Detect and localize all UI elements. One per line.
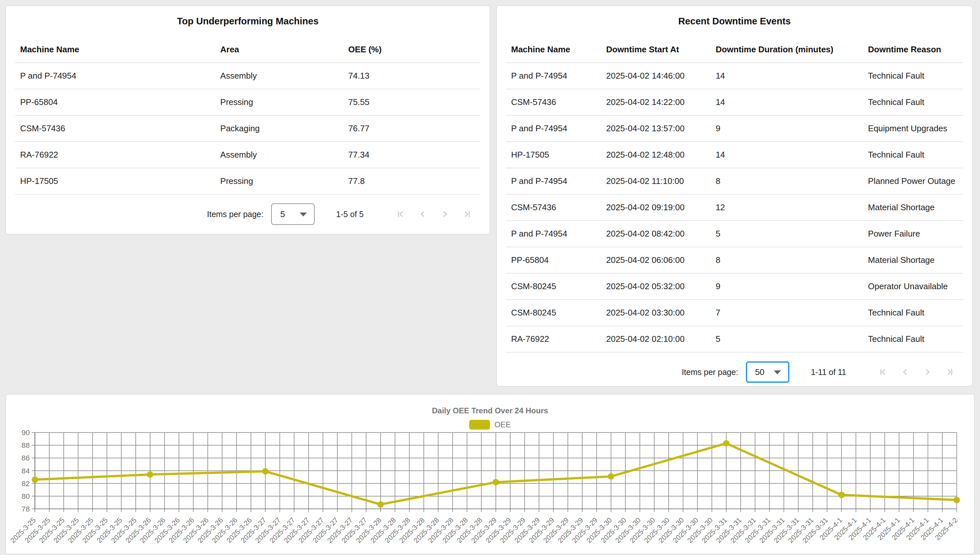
items-per-page-label: Items per page:	[207, 210, 264, 219]
last-page-button[interactable]	[462, 209, 472, 219]
legend-label: OEE	[494, 420, 511, 429]
table-row: CSM-802452025-04-02 03:30:007Technical F…	[506, 300, 963, 326]
table-cell: P and P-74954	[506, 63, 601, 89]
table-cell: 9	[710, 273, 863, 300]
table-row: P and P-749542025-04-02 08:42:005Power F…	[506, 221, 963, 247]
column-header: Downtime Reason	[863, 36, 963, 63]
table-cell: 8	[710, 247, 863, 273]
table-row: PP-65804Pressing75.55	[15, 89, 481, 115]
column-header: Machine Name	[15, 36, 215, 63]
legend-swatch	[469, 420, 490, 430]
table-cell: 77.34	[343, 142, 481, 168]
table-cell: Technical Fault	[863, 142, 963, 168]
table-cell: 2025-04-02 11:10:00	[601, 168, 710, 194]
table-header-row: Machine NameDowntime Start AtDowntime Du…	[506, 36, 963, 63]
downtime-events-card: Recent Downtime Events Machine NameDownt…	[496, 5, 973, 387]
table-row: HP-175052025-04-02 12:48:0014Technical F…	[506, 142, 963, 168]
table-cell: 8	[710, 168, 863, 194]
table-cell: 2025-04-02 06:06:00	[601, 247, 710, 273]
oee-trend-chart: 2025-3-252025-3-252025-3-252025-3-252025…	[6, 395, 974, 554]
last-page-button[interactable]	[944, 367, 955, 377]
items-per-page-value: 50	[755, 367, 764, 377]
table-cell: CSM-57436	[506, 89, 601, 115]
table-header-row: Machine NameAreaOEE (%)	[15, 36, 481, 63]
page-range-label: 1-11 of 11	[811, 367, 846, 377]
next-page-button[interactable]	[922, 367, 933, 377]
items-per-page-label: Items per page:	[682, 367, 738, 377]
table-cell: 2025-04-02 13:57:00	[601, 115, 710, 142]
chevron-right-icon	[922, 367, 933, 377]
svg-text:84: 84	[21, 467, 30, 475]
paginator: Items per page: 50 1-11 of 11	[497, 353, 972, 391]
table-cell: 75.55	[343, 89, 481, 115]
select-caret-icon	[774, 371, 781, 374]
svg-text:80: 80	[21, 492, 30, 500]
table-cell: Operator Unavailable	[863, 273, 963, 300]
table-cell: 12	[710, 194, 863, 221]
table-row: PP-658042025-04-02 06:06:008Material Sho…	[506, 247, 963, 273]
table-cell: 5	[710, 221, 863, 247]
table-row: P and P-74954Assembly74.13	[15, 63, 481, 89]
first-page-button[interactable]	[878, 367, 889, 377]
table-row: CSM-802452025-04-02 05:32:009Operator Un…	[506, 273, 963, 300]
table-cell: Packaging	[215, 115, 343, 142]
table-row: CSM-574362025-04-02 09:19:0012Material S…	[506, 194, 963, 221]
items-per-page-select[interactable]: 50	[746, 361, 790, 383]
table-cell: 2025-04-02 08:42:00	[601, 221, 710, 247]
chart-legend[interactable]: OEE	[6, 420, 974, 430]
table-cell: Assembly	[215, 63, 343, 89]
table-cell: 2025-04-02 14:46:00	[601, 63, 710, 89]
table-cell: 5	[710, 326, 863, 352]
paginator: Items per page: 5 1-5 of 5	[6, 195, 490, 234]
first-page-icon	[395, 209, 406, 219]
table-cell: 14	[710, 89, 863, 115]
previous-page-button[interactable]	[900, 367, 911, 377]
table-row: RA-769222025-04-02 02:10:005Technical Fa…	[506, 326, 963, 352]
table-row: P and P-749542025-04-02 14:46:0014Techni…	[506, 63, 963, 89]
table-cell: 74.13	[343, 63, 481, 89]
next-page-button[interactable]	[440, 209, 450, 219]
table-cell: 2025-04-02 12:48:00	[601, 142, 710, 168]
table-cell: 14	[710, 63, 863, 89]
table-cell: RA-76922	[15, 142, 215, 168]
table-cell: CSM-57436	[15, 115, 215, 142]
table-cell: 77.8	[343, 168, 481, 194]
underperforming-machines-card: Top Underperforming Machines Machine Nam…	[5, 5, 490, 234]
dashboard: Top Underperforming Machines Machine Nam…	[0, 0, 980, 555]
table-cell: Technical Fault	[863, 89, 963, 115]
items-per-page-value: 5	[280, 209, 285, 219]
table-cell: CSM-80245	[506, 273, 601, 300]
chevron-right-icon	[440, 209, 450, 219]
card-title: Top Underperforming Machines	[6, 6, 490, 36]
page-range-label: 1-5 of 5	[336, 210, 364, 219]
table-cell: Assembly	[215, 142, 343, 168]
column-header: Downtime Duration (minutes)	[710, 36, 863, 63]
previous-page-button[interactable]	[417, 209, 428, 219]
table-cell: 2025-04-02 02:10:00	[601, 326, 710, 352]
table-cell: CSM-80245	[506, 300, 601, 326]
table-cell: Planned Power Outage	[863, 168, 963, 194]
underperforming-table: Machine NameAreaOEE (%) P and P-74954Ass…	[15, 36, 481, 195]
first-page-button[interactable]	[395, 209, 406, 219]
table-row: P and P-749542025-04-02 13:57:009Equipme…	[506, 115, 963, 142]
svg-text:78: 78	[21, 505, 30, 513]
chevron-left-icon	[900, 367, 911, 377]
table-cell: Technical Fault	[863, 326, 963, 352]
first-page-icon	[878, 367, 889, 377]
svg-text:88: 88	[21, 441, 30, 449]
table-cell: CSM-57436	[506, 194, 601, 221]
svg-text:86: 86	[21, 454, 30, 462]
table-cell: Material Shortage	[863, 194, 963, 221]
table-cell: 7	[710, 300, 863, 326]
items-per-page-select[interactable]: 5	[271, 204, 315, 225]
chart-title: Daily OEE Trend Over 24 Hours	[6, 406, 974, 415]
table-row: P and P-749542025-04-02 11:10:008Planned…	[506, 168, 963, 194]
last-page-icon	[462, 209, 472, 219]
table-cell: PP-65804	[15, 89, 215, 115]
table-row: CSM-57436Packaging76.77	[15, 115, 481, 142]
table-cell: HP-17505	[15, 168, 215, 194]
table-row: RA-76922Assembly77.34	[15, 142, 481, 168]
oee-trend-card: Daily OEE Trend Over 24 Hours OEE 2025-3…	[5, 394, 975, 554]
table-cell: 2025-04-02 03:30:00	[601, 300, 710, 326]
column-header: Area	[215, 36, 343, 63]
